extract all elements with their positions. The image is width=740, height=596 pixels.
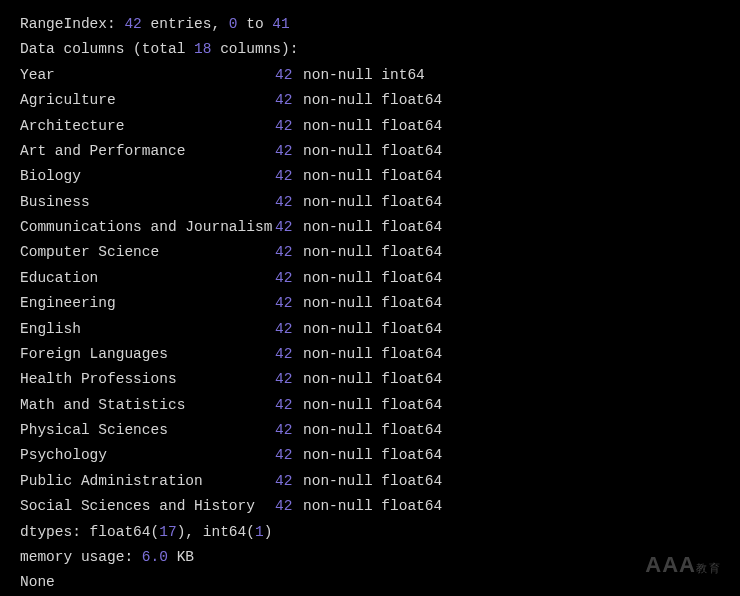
terminal-output: RangeIndex: 42 entries, 0 to 41 Data col… bbox=[20, 12, 720, 596]
column-count: 42 bbox=[275, 418, 303, 443]
column-dtype: non-null float64 bbox=[303, 219, 442, 235]
entries-text: entries, bbox=[142, 16, 229, 32]
column-dtype: non-null float64 bbox=[303, 194, 442, 210]
column-name: Foreign Languages bbox=[20, 342, 275, 367]
column-row: Agriculture42non-null float64 bbox=[20, 88, 720, 113]
column-row: English42non-null float64 bbox=[20, 317, 720, 342]
column-dtype: non-null float64 bbox=[303, 447, 442, 463]
column-count: 42 bbox=[275, 317, 303, 342]
column-count: 42 bbox=[275, 367, 303, 392]
column-name: Agriculture bbox=[20, 88, 275, 113]
watermark: AAA教育 bbox=[645, 546, 722, 585]
data-columns-line: Data columns (total 18 columns): bbox=[20, 37, 720, 62]
column-count: 42 bbox=[275, 164, 303, 189]
dtypes-prefix: dtypes: float64( bbox=[20, 524, 159, 540]
column-name: Communications and Journalism bbox=[20, 215, 275, 240]
column-name: Architecture bbox=[20, 114, 275, 139]
column-count: 42 bbox=[275, 114, 303, 139]
column-name: English bbox=[20, 317, 275, 342]
column-row: Computer Science42non-null float64 bbox=[20, 240, 720, 265]
column-name: Social Sciences and History bbox=[20, 494, 275, 519]
column-dtype: non-null float64 bbox=[303, 321, 442, 337]
entries-count: 42 bbox=[124, 16, 141, 32]
column-count: 42 bbox=[275, 342, 303, 367]
column-name: Year bbox=[20, 63, 275, 88]
column-name: Education bbox=[20, 266, 275, 291]
watermark-sub: 教育 bbox=[696, 562, 722, 574]
column-name: Computer Science bbox=[20, 240, 275, 265]
column-count: 42 bbox=[275, 393, 303, 418]
columns-list: Year42non-null int64Agriculture42non-nul… bbox=[20, 63, 720, 520]
column-row: Business42non-null float64 bbox=[20, 190, 720, 215]
range-index-line: RangeIndex: 42 entries, 0 to 41 bbox=[20, 12, 720, 37]
column-row: Psychology42non-null float64 bbox=[20, 443, 720, 468]
column-row: Biology42non-null float64 bbox=[20, 164, 720, 189]
column-dtype: non-null int64 bbox=[303, 67, 425, 83]
column-count: 42 bbox=[275, 240, 303, 265]
column-count: 42 bbox=[275, 494, 303, 519]
range-start: 0 bbox=[229, 16, 238, 32]
column-count: 42 bbox=[275, 88, 303, 113]
memory-line: memory usage: 6.0 KB bbox=[20, 545, 720, 570]
column-dtype: non-null float64 bbox=[303, 473, 442, 489]
watermark-main: AAA bbox=[645, 552, 696, 577]
column-row: Public Administration42non-null float64 bbox=[20, 469, 720, 494]
column-count: 42 bbox=[275, 266, 303, 291]
dtypes-line: dtypes: float64(17), int64(1) bbox=[20, 520, 720, 545]
column-name: Physical Sciences bbox=[20, 418, 275, 443]
column-count: 42 bbox=[275, 190, 303, 215]
column-dtype: non-null float64 bbox=[303, 143, 442, 159]
column-name: Public Administration bbox=[20, 469, 275, 494]
column-dtype: non-null float64 bbox=[303, 346, 442, 362]
column-count: 42 bbox=[275, 291, 303, 316]
none-text: None bbox=[20, 574, 55, 590]
column-row: Engineering42non-null float64 bbox=[20, 291, 720, 316]
column-row: Social Sciences and History42non-null fl… bbox=[20, 494, 720, 519]
column-dtype: non-null float64 bbox=[303, 295, 442, 311]
column-name: Psychology bbox=[20, 443, 275, 468]
range-prefix: RangeIndex: bbox=[20, 16, 124, 32]
cols-suffix: columns): bbox=[211, 41, 298, 57]
column-dtype: non-null float64 bbox=[303, 397, 442, 413]
column-row: Communications and Journalism42non-null … bbox=[20, 215, 720, 240]
column-name: Engineering bbox=[20, 291, 275, 316]
column-name: Art and Performance bbox=[20, 139, 275, 164]
column-name: Math and Statistics bbox=[20, 393, 275, 418]
mem-suffix: KB bbox=[168, 549, 194, 565]
column-count: 42 bbox=[275, 215, 303, 240]
column-count: 42 bbox=[275, 469, 303, 494]
column-dtype: non-null float64 bbox=[303, 92, 442, 108]
column-row: Education42non-null float64 bbox=[20, 266, 720, 291]
range-mid: to bbox=[238, 16, 273, 32]
column-row: Year42non-null int64 bbox=[20, 63, 720, 88]
column-row: Art and Performance42non-null float64 bbox=[20, 139, 720, 164]
mem-prefix: memory usage: bbox=[20, 549, 142, 565]
column-count: 42 bbox=[275, 63, 303, 88]
column-dtype: non-null float64 bbox=[303, 118, 442, 134]
dtypes-mid: ), int64( bbox=[177, 524, 255, 540]
column-name: Biology bbox=[20, 164, 275, 189]
int-count: 1 bbox=[255, 524, 264, 540]
dtypes-suffix: ) bbox=[264, 524, 273, 540]
cols-count: 18 bbox=[194, 41, 211, 57]
cols-prefix: Data columns (total bbox=[20, 41, 194, 57]
range-end: 41 bbox=[272, 16, 289, 32]
column-row: Foreign Languages42non-null float64 bbox=[20, 342, 720, 367]
column-dtype: non-null float64 bbox=[303, 371, 442, 387]
column-dtype: non-null float64 bbox=[303, 270, 442, 286]
column-count: 42 bbox=[275, 443, 303, 468]
column-dtype: non-null float64 bbox=[303, 244, 442, 260]
column-dtype: non-null float64 bbox=[303, 498, 442, 514]
mem-value: 6.0 bbox=[142, 549, 168, 565]
column-row: Math and Statistics42non-null float64 bbox=[20, 393, 720, 418]
column-row: Health Professions42non-null float64 bbox=[20, 367, 720, 392]
column-dtype: non-null float64 bbox=[303, 168, 442, 184]
column-name: Business bbox=[20, 190, 275, 215]
float-count: 17 bbox=[159, 524, 176, 540]
column-dtype: non-null float64 bbox=[303, 422, 442, 438]
column-row: Architecture42non-null float64 bbox=[20, 114, 720, 139]
column-row: Physical Sciences42non-null float64 bbox=[20, 418, 720, 443]
column-count: 42 bbox=[275, 139, 303, 164]
none-line: None bbox=[20, 570, 720, 595]
column-name: Health Professions bbox=[20, 367, 275, 392]
